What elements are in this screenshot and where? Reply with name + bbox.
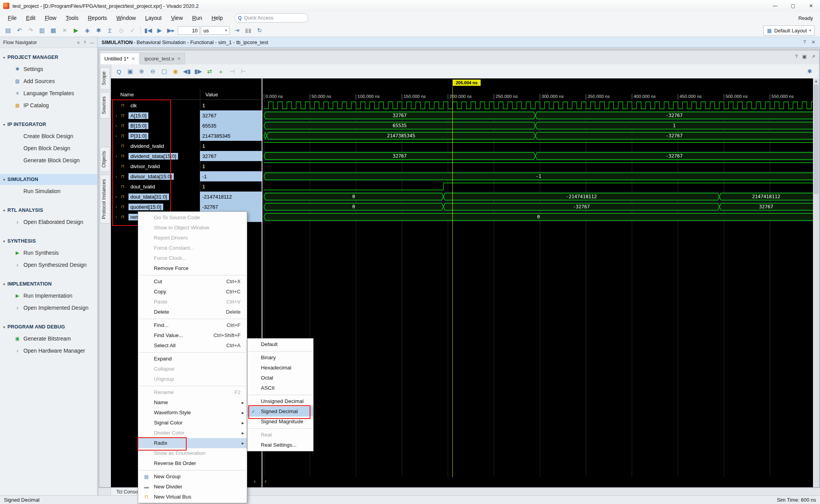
section-collapse-icon[interactable]: ▾	[3, 208, 5, 213]
relaunch-icon[interactable]: ↻	[254, 25, 265, 35]
expand-arrow-icon[interactable]: ›	[116, 113, 119, 118]
expand-arrow-icon[interactable]: ›	[116, 174, 119, 179]
validate-icon[interactable]: ✓	[127, 25, 138, 35]
menu-layout[interactable]: Layout	[141, 12, 166, 24]
signal-row[interactable]: ›⊓dout_tdata[31:0]-2147418112	[111, 192, 262, 202]
context-menu-item-copy[interactable]: CopyCtrl+C	[138, 287, 247, 297]
flownav-item-open-synthesized-design[interactable]: ›Open Synthesized Design	[0, 259, 97, 271]
signal-name-cell[interactable]: ›⊓A[15:0]	[111, 112, 200, 119]
signal-name-cell[interactable]: ›⊓dividend_tdata[15:0]	[111, 153, 200, 160]
close-icon[interactable]: ✕	[132, 57, 135, 61]
radix-option-ascii[interactable]: ASCII	[248, 383, 313, 393]
expand-arrow-icon[interactable]: ›	[116, 133, 119, 138]
context-menu-item-new-virtual-bus[interactable]: ⊓New Virtual Bus	[138, 492, 247, 502]
flownav-item-run-synthesis[interactable]: ▶Run Synthesis	[0, 247, 97, 259]
hide-icon[interactable]: —	[90, 40, 94, 45]
expand-arrow-icon[interactable]: ›	[116, 154, 119, 158]
section-collapse-icon[interactable]: ▾	[3, 122, 5, 127]
signal-name-cell[interactable]: ›⊓dout_tdata[31:0]	[111, 193, 200, 200]
side-tab-scope[interactable]: Scope	[100, 67, 110, 89]
probe-icon[interactable]: ◇	[116, 25, 127, 35]
signal-name-cell[interactable]: ›⊓B[15:0]	[111, 122, 200, 129]
flownav-item-open-implemented-design[interactable]: ›Open Implemented Design	[0, 302, 97, 314]
radix-option-default[interactable]: Default	[248, 339, 313, 350]
radix-option-hexadecimal[interactable]: Hexadecimal	[248, 363, 313, 373]
expand-chevron-icon[interactable]: ›	[14, 348, 21, 354]
context-menu-item-name[interactable]: Name▸	[138, 398, 247, 408]
signal-row[interactable]: ›⊓quotient[15:0]-32767	[111, 202, 262, 212]
context-menu-item-remove-force[interactable]: Remove Force	[138, 263, 247, 273]
radix-option-signed-decimal[interactable]: ✓Signed Decimal	[248, 406, 313, 417]
run-for-time-icon[interactable]: ▶▸	[165, 25, 176, 35]
redo-icon[interactable]: ↷	[25, 25, 36, 35]
radix-option-binary[interactable]: Binary	[248, 353, 313, 363]
flownav-item-open-block-design[interactable]: Open Block Design	[0, 142, 97, 154]
expand-arrow-icon[interactable]: ›	[116, 194, 119, 199]
flownav-item-ip-catalog[interactable]: ▦IP Catalog	[0, 99, 97, 111]
signal-row[interactable]: ›⊓A[15:0]32767	[111, 110, 262, 121]
program-device-icon[interactable]: ◈	[82, 25, 93, 35]
menu-flow[interactable]: Flow	[40, 12, 61, 24]
expand-arrow-icon[interactable]: ›	[116, 123, 119, 128]
settings-gear-icon[interactable]: ✱	[93, 25, 104, 35]
radix-option-real-settings[interactable]: Real Settings...	[248, 440, 313, 450]
layout-selector[interactable]: ▦ Default Layout ▾	[763, 25, 815, 35]
name-column-header[interactable]: Name	[111, 92, 200, 98]
radix-option-octal[interactable]: Octal	[248, 373, 313, 383]
sliders-icon[interactable]: ≡	[77, 40, 79, 45]
run-all-icon[interactable]: ▶	[154, 25, 165, 35]
signal-row[interactable]: ›⊓divisor_tdata[15:0]-1	[111, 171, 262, 181]
signal-name-cell[interactable]: ›⊓quotient[15:0]	[111, 204, 200, 210]
signal-name-cell[interactable]: ⊓divisor_tvalid	[111, 163, 200, 170]
previous-transition-icon[interactable]: ◀▮	[181, 66, 193, 76]
tab-untitled-1[interactable]: Untitled 1*✕	[100, 53, 139, 64]
signal-name-cell[interactable]: ⊓dout_tvalid	[111, 183, 200, 190]
menu-tools[interactable]: Tools	[61, 12, 83, 24]
section-collapse-icon[interactable]: ▾	[3, 282, 5, 286]
maximize-icon[interactable]: ↗	[811, 54, 815, 59]
vertical-scrollbar[interactable]: ▲	[813, 78, 819, 487]
flownav-item-generate-bitstream[interactable]: ▣Generate Bitstream	[0, 332, 97, 344]
dock-ruler-icon[interactable]: ⊢	[238, 66, 249, 76]
minimize-button[interactable]: —	[766, 0, 784, 12]
side-tab-sources[interactable]: Sources	[100, 92, 110, 119]
section-collapse-icon[interactable]: ▾	[3, 325, 5, 329]
context-menu-item-select-all[interactable]: Select AllCtrl+A	[138, 341, 247, 351]
scrollbar-thumb[interactable]	[814, 85, 818, 194]
signal-row[interactable]: ⊓dividend_tvalid1	[111, 141, 262, 151]
zoom-in-icon[interactable]: ⊕	[136, 66, 147, 76]
add-marker-icon[interactable]: +	[215, 66, 226, 76]
run-icon[interactable]: ▶	[70, 25, 82, 35]
pause-icon[interactable]: ▮▮	[242, 25, 254, 35]
paste-icon[interactable]: ▦	[48, 25, 59, 35]
flownav-section-synthesis[interactable]: ▾SYNTHESIS	[0, 236, 97, 247]
section-collapse-icon[interactable]: ▾	[3, 55, 5, 60]
menu-reports[interactable]: Reports	[83, 12, 112, 24]
signal-row[interactable]: ⊓dout_tvalid1	[111, 181, 262, 192]
flownav-item-open-elaborated-design[interactable]: ›Open Elaborated Design	[0, 216, 97, 228]
expand-arrow-icon[interactable]: ›	[116, 204, 119, 209]
menu-help[interactable]: Help	[207, 12, 228, 24]
flownav-item-settings[interactable]: ✱Settings	[0, 63, 97, 75]
step-icon[interactable]: ⇥	[231, 25, 242, 35]
sim-time-unit-select[interactable]: us ▾	[201, 26, 230, 35]
expand-chevron-icon[interactable]: ›	[14, 305, 21, 311]
signal-row[interactable]: ›⊓P[31:0]2147385345	[111, 131, 262, 141]
copy-icon[interactable]: ▥	[36, 25, 48, 35]
flownav-section-program-and-debug[interactable]: ▾PROGRAM AND DEBUG	[0, 321, 97, 332]
float-ruler-icon[interactable]: ⊣	[226, 66, 238, 76]
undo-icon[interactable]: ↶	[14, 25, 25, 35]
zoom-fit-icon[interactable]: ▢	[159, 66, 170, 76]
signal-name-cell[interactable]: ›⊓divisor_tdata[15:0]	[111, 173, 200, 180]
quick-access-search[interactable]: Q Quick Access	[235, 13, 308, 23]
signal-name-cell[interactable]: ⊓dividend_tvalid	[111, 143, 200, 149]
radix-option-unsigned-decimal[interactable]: Unsigned Decimal	[248, 396, 313, 406]
section-collapse-icon[interactable]: ▾	[3, 177, 5, 182]
context-menu-item-signal-color[interactable]: Signal Color▸	[138, 418, 247, 428]
flownav-item-run-implementation[interactable]: ▶Run Implementation	[0, 289, 97, 302]
menu-edit[interactable]: Edit	[21, 12, 40, 24]
context-menu-item-radix[interactable]: Radix▸	[138, 438, 247, 448]
help-icon[interactable]: ?	[84, 40, 86, 45]
waveform-canvas[interactable]: 0.000 ns50.000 ns100.000 ns150.000 ns200…	[262, 78, 813, 487]
context-menu-item-new-group[interactable]: ▤New Group	[138, 472, 247, 482]
